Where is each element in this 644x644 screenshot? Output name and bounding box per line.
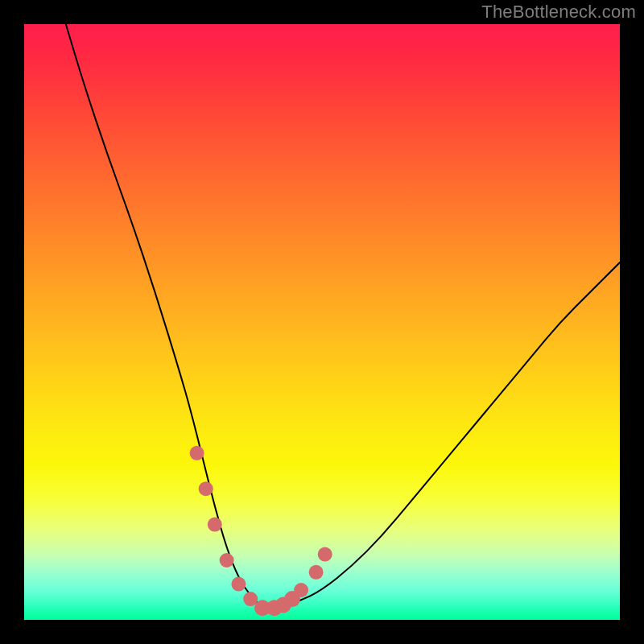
plot-area [24,24,620,620]
chart-frame: TheBottleneck.com [0,0,644,644]
marker-point [199,481,213,496]
marker-point [208,518,222,532]
marker-point [294,583,308,597]
marker-point [231,577,246,592]
marker-point [190,446,204,460]
marker-point [309,565,324,580]
watermark-text: TheBottleneck.com [481,2,636,23]
marker-point [220,553,234,568]
marker-group [190,446,332,616]
marker-point [318,547,332,562]
bottleneck-curve [66,24,620,608]
curve-layer [24,24,620,620]
